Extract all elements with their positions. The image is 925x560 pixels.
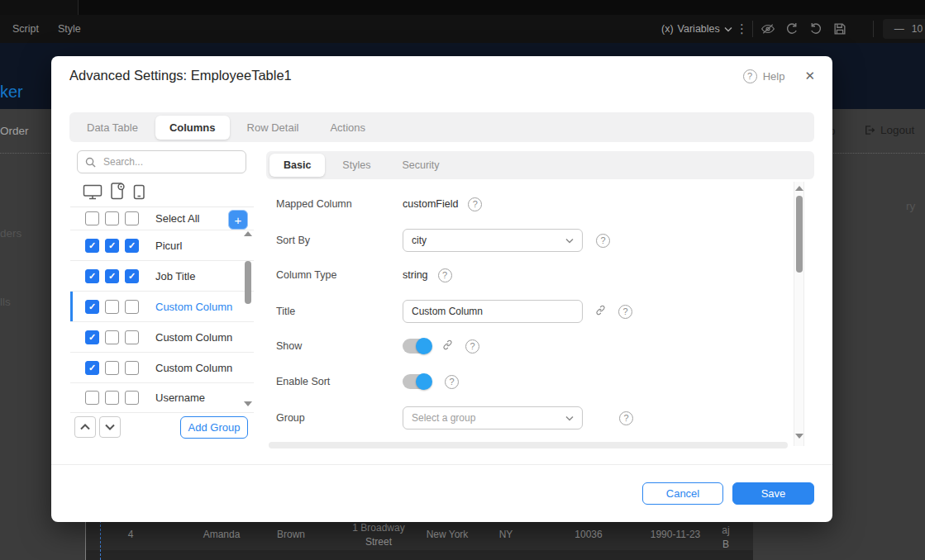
scroll-up-icon[interactable] — [244, 231, 252, 236]
form-scrollbar[interactable] — [794, 182, 804, 446]
link-icon[interactable] — [594, 304, 607, 320]
nav-item-order[interactable]: Order — [0, 125, 29, 137]
column-list-item[interactable]: ✓Custom Column — [70, 291, 254, 321]
field-label: Mapped Column — [276, 198, 403, 210]
table-next-row — [86, 550, 753, 560]
field-row-column-type: Column Type string ? — [276, 263, 805, 287]
checkbox-unchecked[interactable] — [85, 211, 99, 225]
field-row-show: Show ? — [276, 335, 805, 358]
checkbox-unchecked[interactable] — [105, 361, 119, 375]
close-icon[interactable]: ✕ — [804, 69, 815, 83]
column-list-item[interactable]: ✓✓✓Picurl — [70, 230, 254, 260]
column-item-label: Picurl — [155, 240, 183, 252]
checkbox-unchecked[interactable] — [125, 361, 139, 375]
toggle-knob — [416, 373, 432, 390]
help-icon[interactable]: ? — [438, 268, 452, 282]
move-down-button[interactable] — [99, 416, 121, 438]
redo-icon[interactable] — [808, 21, 823, 36]
help-icon[interactable]: ? — [619, 411, 633, 425]
mapped-column-value: customField — [403, 198, 458, 210]
tab-data-table[interactable]: Data Table — [73, 116, 152, 140]
select-all-label: Select All — [155, 212, 199, 225]
scroll-up-icon[interactable] — [795, 186, 803, 191]
cancel-button[interactable]: Cancel — [642, 482, 723, 505]
scroll-down-icon[interactable] — [795, 434, 803, 439]
checkbox-checked[interactable]: ✓ — [105, 239, 119, 253]
move-up-button[interactable] — [74, 416, 96, 438]
column-list-item[interactable]: ✓Custom Column — [70, 352, 254, 382]
save-icon[interactable] — [832, 21, 847, 36]
checkbox-unchecked[interactable] — [125, 330, 139, 344]
tab-row-detail[interactable]: Row Detail — [233, 116, 313, 140]
toolbar-tab-style[interactable]: Style — [58, 15, 81, 43]
checkbox-unchecked[interactable] — [125, 391, 139, 405]
undo-icon[interactable] — [784, 21, 799, 36]
app-logo: ker — [0, 83, 23, 102]
tab-actions[interactable]: Actions — [316, 116, 379, 140]
checkbox-checked[interactable]: ✓ — [85, 239, 99, 253]
list-scrollbar[interactable] — [244, 231, 254, 415]
scroll-down-icon[interactable] — [244, 401, 252, 406]
title-input[interactable] — [403, 300, 583, 323]
logout-button[interactable]: Logout — [863, 124, 914, 136]
table-cell: NY — [499, 520, 513, 550]
column-item-label: Custom Column — [155, 301, 232, 313]
zoom-out-icon[interactable]: — — [894, 23, 904, 35]
checkbox-unchecked[interactable] — [125, 300, 139, 314]
column-list: ✓✓✓Picurl✓✓✓Job Title✓Custom Column✓Cust… — [70, 230, 254, 413]
enable-sort-toggle-on[interactable] — [403, 374, 432, 389]
tab-columns[interactable]: Columns — [155, 116, 230, 140]
modal-tab-bar: Data Table Columns Row Detail Actions — [69, 112, 814, 142]
checkbox-checked[interactable]: ✓ — [85, 269, 99, 283]
checkbox-unchecked[interactable] — [125, 211, 139, 225]
link-icon[interactable] — [441, 339, 454, 354]
checkbox-checked[interactable]: ✓ — [105, 269, 119, 283]
mobile-icon[interactable] — [132, 184, 145, 200]
table-cell: New York — [427, 520, 469, 550]
desktop-icon[interactable] — [83, 184, 103, 200]
variables-dropdown[interactable]: (x) Variables — [661, 15, 732, 43]
help-icon[interactable]: ? — [743, 69, 757, 83]
table-cell: ajB — [722, 520, 729, 555]
checkbox-unchecked[interactable] — [105, 330, 119, 344]
scrollbar-thumb[interactable] — [245, 261, 251, 304]
add-column-button[interactable]: + — [228, 210, 248, 230]
column-settings-tab-bar: Basic Styles Security — [266, 151, 814, 179]
checkbox-checked[interactable]: ✓ — [85, 330, 99, 344]
checkbox-checked[interactable]: ✓ — [125, 269, 139, 283]
checkbox-unchecked[interactable] — [85, 391, 99, 405]
checkbox-unchecked[interactable] — [105, 391, 119, 405]
help-icon[interactable]: ? — [465, 339, 479, 354]
column-list-item[interactable]: Username — [70, 382, 254, 413]
help-icon[interactable]: ? — [618, 305, 632, 319]
horizontal-scrollbar[interactable] — [269, 442, 788, 448]
help-icon[interactable]: ? — [468, 197, 482, 211]
checkbox-checked[interactable]: ✓ — [85, 361, 99, 375]
column-list-item[interactable]: ✓✓✓Job Title — [70, 260, 254, 291]
checkbox-unchecked[interactable] — [105, 300, 119, 314]
group-select[interactable]: Select a group — [403, 406, 583, 429]
help-icon[interactable]: ? — [596, 234, 610, 248]
tablet-icon[interactable] — [109, 182, 126, 200]
tab-security[interactable]: Security — [388, 154, 453, 177]
eye-off-icon[interactable] — [761, 21, 775, 36]
checkbox-checked[interactable]: ✓ — [85, 300, 99, 314]
scrollbar-thumb[interactable] — [796, 196, 803, 273]
help-link[interactable]: Help — [763, 70, 785, 83]
zoom-control[interactable]: — 10 — [883, 19, 925, 39]
checkbox-checked[interactable]: ✓ — [125, 239, 139, 253]
tab-styles[interactable]: Styles — [328, 154, 384, 177]
sort-by-select[interactable]: city — [403, 229, 583, 252]
table-cell: Amanda — [203, 520, 241, 550]
search-input[interactable] — [102, 155, 238, 168]
show-toggle-on[interactable] — [403, 339, 432, 354]
toolbar-tab-script[interactable]: Script — [12, 15, 39, 43]
checkbox-unchecked[interactable] — [105, 211, 119, 225]
save-button[interactable]: Save — [732, 482, 814, 505]
add-group-button[interactable]: Add Group — [180, 416, 248, 439]
help-icon[interactable]: ? — [445, 375, 459, 389]
tab-basic[interactable]: Basic — [269, 154, 325, 177]
column-list-item[interactable]: ✓Custom Column — [70, 321, 254, 352]
kebab-menu-icon[interactable]: ⋮ — [736, 15, 748, 43]
field-label: Title — [276, 306, 403, 317]
